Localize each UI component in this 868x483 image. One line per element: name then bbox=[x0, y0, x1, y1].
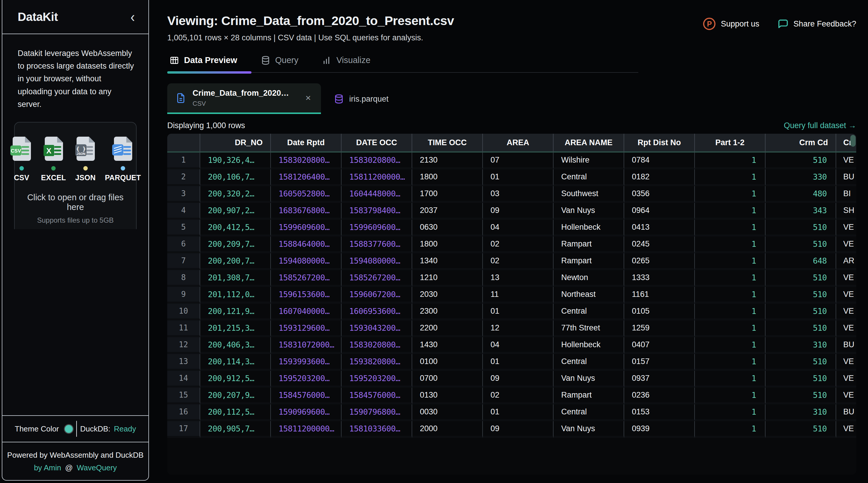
tab-query[interactable]: Query bbox=[258, 54, 301, 67]
csv-document-icon bbox=[176, 93, 186, 103]
cell-rpt_dist_no: 0182 bbox=[624, 169, 695, 186]
cell-part_1_2: 1 bbox=[695, 304, 766, 321]
file-tab-crime-data[interactable]: Crime_Data_from_2020… CSV × bbox=[167, 83, 321, 114]
column-header-crm_cd[interactable]: Crm Cd bbox=[766, 134, 836, 153]
cell-date_rptd: 1607040000… bbox=[271, 304, 342, 321]
sidebar-collapse-icon[interactable]: ‹ bbox=[130, 9, 135, 25]
sidebar-body: Datakit leverages WebAssembly to process… bbox=[2, 34, 148, 229]
share-feedback-button[interactable]: Share Feedback? bbox=[777, 18, 856, 29]
cell-time_occ: 1210 bbox=[412, 270, 483, 287]
vertical-scrollbar-thumb[interactable] bbox=[850, 135, 856, 147]
cell-time_occ: 2030 bbox=[412, 287, 483, 304]
author-link[interactable]: by Amin bbox=[34, 463, 61, 472]
column-header-num[interactable] bbox=[167, 134, 200, 153]
json-label: JSON bbox=[75, 174, 96, 182]
excel-file-icon: X bbox=[42, 136, 65, 161]
row-index: 15 bbox=[167, 388, 200, 404]
svg-text:X: X bbox=[46, 146, 52, 155]
cell-rpt_dist_no: 0245 bbox=[624, 237, 695, 253]
cell-dr_no: 201,112,0… bbox=[200, 287, 271, 304]
cell-area_name: Van Nuys bbox=[554, 421, 624, 438]
app-description: Datakit leverages WebAssembly to process… bbox=[18, 47, 135, 111]
cell-crm_cd: 510 bbox=[766, 153, 836, 169]
cell-time_occ: 0700 bbox=[412, 371, 483, 388]
cell-crm_cd_desc: BU bbox=[836, 337, 856, 354]
cell-area: 02 bbox=[483, 237, 554, 253]
cell-part_1_2: 1 bbox=[695, 253, 766, 270]
sidebar: DataKit ‹ Datakit leverages WebAssembly … bbox=[2, 0, 149, 481]
column-header-part_1_2[interactable]: Part 1-2 bbox=[695, 134, 766, 153]
column-header-time_occ[interactable]: TIME OCC bbox=[412, 134, 483, 153]
cell-area_name: Rampart bbox=[554, 388, 624, 404]
row-index: 11 bbox=[167, 321, 200, 337]
column-header-area_name[interactable]: AREA NAME bbox=[554, 134, 624, 153]
cell-crm_cd: 510 bbox=[766, 304, 836, 321]
format-excel: X EXCEL bbox=[41, 136, 66, 182]
column-header-rpt_dist_no[interactable]: Rpt Dist No bbox=[624, 134, 695, 153]
cell-crm_cd: 480 bbox=[766, 186, 836, 203]
support-us-button[interactable]: P Support us bbox=[703, 18, 760, 30]
tab-data-preview[interactable]: Data Preview bbox=[167, 54, 240, 67]
cell-dr_no: 200,907,2… bbox=[200, 203, 271, 220]
wavequery-link[interactable]: WaveQuery bbox=[77, 463, 117, 472]
row-index: 4 bbox=[167, 203, 200, 220]
cell-rpt_dist_no: 0784 bbox=[624, 153, 695, 169]
file-tab-iris[interactable]: iris.parquet bbox=[330, 94, 392, 114]
format-csv: CSV CSV bbox=[10, 136, 33, 182]
cell-dr_no: 200,912,5… bbox=[200, 371, 271, 388]
cell-dr_no: 200,905,7… bbox=[200, 421, 271, 438]
cell-date_rptd: 1594080000… bbox=[271, 253, 342, 270]
patreon-icon: P bbox=[703, 18, 715, 30]
cell-crm_cd_desc: BU bbox=[836, 169, 856, 186]
cell-area_name: Wilshire bbox=[554, 153, 624, 169]
cell-date_rptd: 1593993600… bbox=[271, 354, 342, 371]
cell-crm_cd_desc: VE bbox=[836, 388, 856, 404]
cell-date_rptd: 1590969600… bbox=[271, 404, 342, 421]
cell-area: 04 bbox=[483, 220, 554, 237]
footer-vertical-divider bbox=[76, 421, 77, 437]
column-header-date_occ[interactable]: DATE OCC bbox=[342, 134, 412, 153]
active-tab-underline bbox=[167, 71, 251, 73]
cell-rpt_dist_no: 0356 bbox=[624, 186, 695, 203]
cell-dr_no: 200,207,9… bbox=[200, 388, 271, 404]
cell-crm_cd: 510 bbox=[766, 237, 836, 253]
view-tabs: Data Preview Query Visualize bbox=[167, 54, 638, 67]
cell-rpt_dist_no: 0153 bbox=[624, 404, 695, 421]
cell-rpt_dist_no: 1161 bbox=[624, 287, 695, 304]
cell-part_1_2: 1 bbox=[695, 270, 766, 287]
cell-area: 04 bbox=[483, 337, 554, 354]
cell-crm_cd_desc: VE bbox=[836, 287, 856, 304]
cell-part_1_2: 1 bbox=[695, 404, 766, 421]
cell-dr_no: 200,406,3… bbox=[200, 337, 271, 354]
cell-date_occ: 1581033600… bbox=[342, 421, 412, 438]
feedback-bubble-icon bbox=[777, 18, 788, 29]
cell-crm_cd_desc: VE bbox=[836, 321, 856, 337]
cell-dr_no: 201,215,3… bbox=[200, 321, 271, 337]
dropzone-subtitle: Supports files up to 5GB bbox=[20, 216, 131, 224]
column-header-area[interactable]: AREA bbox=[483, 134, 554, 153]
cell-date_occ: 1583020800… bbox=[342, 153, 412, 169]
row-index: 8 bbox=[167, 270, 200, 287]
theme-color-swatch[interactable] bbox=[65, 425, 73, 433]
cell-area: 03 bbox=[483, 186, 554, 203]
cell-date_occ: 1595203200… bbox=[342, 371, 412, 388]
file-dropzone[interactable]: CSV CSV X bbox=[14, 122, 136, 229]
cell-area_name: Central bbox=[554, 169, 624, 186]
tab-visualize[interactable]: Visualize bbox=[320, 54, 373, 67]
column-header-date_rptd[interactable]: Date Rptd bbox=[271, 134, 342, 153]
cell-date_rptd: 1683676800… bbox=[271, 203, 342, 220]
cell-dr_no: 201,308,7… bbox=[200, 270, 271, 287]
query-full-dataset-link[interactable]: Query full dataset → bbox=[784, 121, 856, 130]
sidebar-header: DataKit ‹ bbox=[2, 0, 148, 34]
column-header-dr_no[interactable]: DR_NO bbox=[200, 134, 271, 153]
svg-text:CSV: CSV bbox=[11, 148, 22, 154]
cell-crm_cd: 510 bbox=[766, 421, 836, 438]
row-index: 9 bbox=[167, 287, 200, 304]
row-count-status: Displaying 1,000 rows bbox=[167, 121, 245, 130]
app-logo: DataKit bbox=[18, 10, 58, 24]
cell-crm_cd: 310 bbox=[766, 337, 836, 354]
close-file-tab-icon[interactable]: × bbox=[304, 92, 313, 103]
cell-rpt_dist_no: 0236 bbox=[624, 388, 695, 404]
cell-area_name: Hollenbeck bbox=[554, 220, 624, 237]
cell-time_occ: 2300 bbox=[412, 304, 483, 321]
